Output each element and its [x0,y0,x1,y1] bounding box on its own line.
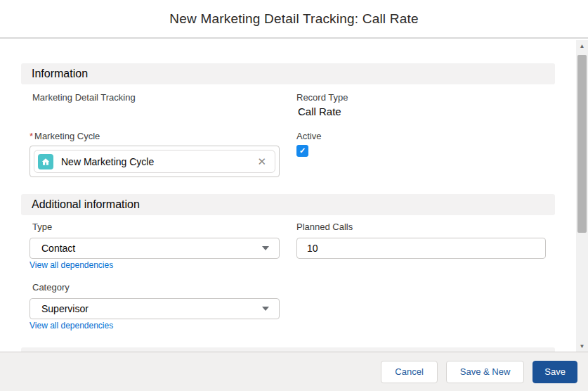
category-label: Category [32,282,70,293]
category-dropdown-value: Supervisor [41,303,89,314]
modal-body: Information Marketing Detail Tracking Re… [0,40,576,352]
category-dropdown[interactable]: Supervisor [30,298,280,319]
planned-calls-label: Planned Calls [296,222,353,232]
type-view-dependencies-link[interactable]: View all dependencies [30,260,113,270]
category-view-dependencies-link[interactable]: View all dependencies [30,321,113,331]
modal-title: New Marketing Detail Tracking: Call Rate [169,11,418,27]
record-type-value: Call Rate [298,105,341,117]
type-label: Type [32,222,52,232]
chevron-down-icon [262,307,269,311]
active-checkbox[interactable]: ✓ [296,145,308,157]
active-label: Active [296,131,321,141]
required-asterisk: * [30,131,33,141]
section-header-additional-information: Additional information [21,194,555,215]
planned-calls-input[interactable] [296,238,546,259]
chevron-down-icon [262,246,269,250]
scroll-down-icon[interactable]: ▼ [576,340,588,352]
marketing-cycle-lookup-field: New Marketing Cycle ✕ [30,146,280,177]
marketing-cycle-label: *Marketing Cycle [30,131,100,141]
save-and-new-button[interactable]: Save & New [446,361,525,383]
scroll-up-icon[interactable]: ▲ [576,40,588,51]
vertical-scrollbar[interactable]: ▲ ▼ [576,40,588,352]
marketing-detail-tracking-label: Marketing Detail Tracking [32,92,136,103]
type-dropdown[interactable]: Contact [30,238,280,259]
marketing-cycle-record-icon [38,154,53,169]
type-dropdown-value: Contact [41,243,75,254]
new-record-modal: New Marketing Detail Tracking: Call Rate… [0,0,588,391]
section-title: Information [32,68,88,80]
section-title: Additional information [32,198,140,211]
save-button[interactable]: Save [533,361,577,383]
record-type-label: Record Type [296,92,348,103]
marketing-cycle-pill[interactable]: New Marketing Cycle ✕ [34,150,275,173]
cancel-button[interactable]: Cancel [381,361,437,383]
checkmark-icon: ✓ [299,147,306,155]
scrollbar-thumb[interactable] [577,55,587,233]
modal-header: New Marketing Detail Tracking: Call Rate [0,0,588,39]
modal-footer: Cancel Save & New Save [0,352,588,391]
remove-selection-icon[interactable]: ✕ [257,156,266,167]
marketing-cycle-pill-label: New Marketing Cycle [61,156,154,167]
section-header-information: Information [21,63,555,84]
marketing-cycle-label-text: Marketing Cycle [34,131,100,141]
